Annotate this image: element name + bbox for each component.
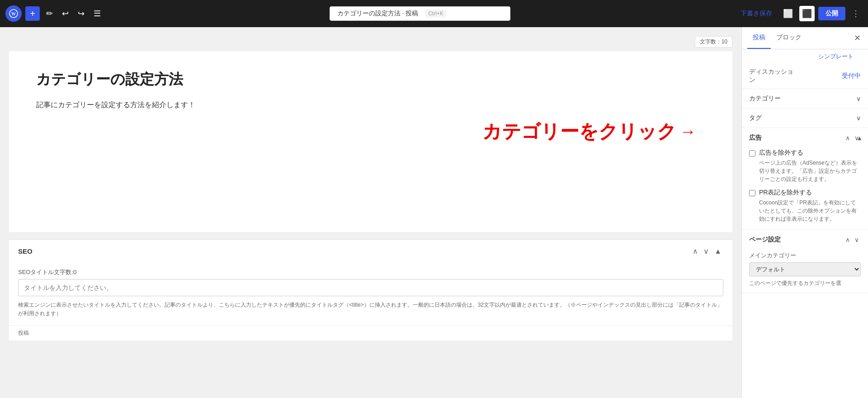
ad-drag-btn[interactable]: ▲: [854, 133, 864, 142]
annotation-text: カテゴリーをクリック: [482, 119, 676, 144]
ad-option-2-row: PR表記を除外する: [749, 189, 861, 197]
right-sidebar: 投稿 ブロック ✕ シンプレート ディスカッション 受付中 カテゴリー ∨ タグ…: [741, 27, 868, 398]
view-mode-button[interactable]: ⬜: [780, 6, 796, 21]
page-settings-content: メインカテゴリー デフォルト このページで優先するカテゴリーを選: [742, 248, 868, 293]
ad-option-1-label: 広告を除外する: [759, 149, 803, 157]
ad-option-1-desc: ページ上の広告（AdSenseなど）表示を切り替えます。「広告」設定からカテゴリ…: [749, 159, 861, 183]
annotation-overlay: カテゴリーをクリック →: [482, 119, 696, 144]
seo-panel-controls: ∧ ∨ ▲: [691, 246, 723, 256]
seo-panel-title: SEO: [18, 247, 33, 255]
ad-section: 広告 ∧ ∨ ▲ 広告を除外する ページ上の広告（AdSenseなど）表示を切り…: [742, 128, 868, 230]
page-settings-controls: ∧ ∨: [844, 235, 861, 244]
post-title-text: カテゴリーの設定方法 · 投稿: [337, 9, 419, 18]
word-count-bar: 文字数：10: [9, 36, 732, 47]
more-options-button[interactable]: ⋮: [849, 6, 863, 21]
page-settings-expand-btn[interactable]: ∧: [844, 235, 852, 244]
ad-section-title: 広告: [749, 134, 840, 142]
svg-text:W: W: [11, 11, 16, 16]
page-settings-header: ページ設定 ∧ ∨: [742, 230, 868, 248]
tag-header[interactable]: タグ ∨: [742, 109, 868, 128]
template-link[interactable]: シンプレート: [811, 49, 861, 63]
template-link-container: シンプレート: [742, 49, 868, 63]
pr-exclude-checkbox[interactable]: [749, 190, 755, 196]
category-chevron-icon: ∨: [856, 95, 861, 102]
seo-char-count: SEOタイトル文字数:0: [18, 268, 723, 276]
toolbar-right: 下書き保存 ⬜ ⬛ 公開 ⋮: [736, 6, 863, 21]
shortcut-hint: Ctrl+K: [425, 9, 446, 18]
save-draft-button[interactable]: 下書き保存: [736, 7, 777, 20]
main-layout: 文字数：10 カテゴリーの設定方法 記事にカテゴリーを設定する方法を紹介します！…: [0, 27, 868, 398]
ad-option-2-label: PR表記を除外する: [759, 189, 812, 197]
ad-exclude-checkbox[interactable]: [749, 150, 755, 156]
settings-button[interactable]: ⬛: [799, 6, 815, 21]
post-heading[interactable]: カテゴリーの設定方法: [36, 69, 705, 90]
editor-area: 文字数：10 カテゴリーの設定方法 記事にカテゴリーを設定する方法を紹介します！…: [0, 27, 741, 398]
category-desc: このページで優先するカテゴリーを選: [749, 279, 861, 287]
category-title: カテゴリー: [749, 95, 781, 103]
toolbar: W + ✏ ↩ ↪ ☰ カテゴリーの設定方法 · 投稿 Ctrl+K 下書き保存…: [0, 0, 868, 27]
discussion-section: ディスカッション 受付中: [742, 63, 868, 89]
post-title-bar[interactable]: カテゴリーの設定方法 · 投稿 Ctrl+K: [330, 6, 510, 21]
discussion-value: 受付中: [842, 72, 861, 80]
sidebar-tab-group: 投稿 ブロック: [747, 27, 807, 49]
word-count-badge: 文字数：10: [695, 36, 732, 47]
toolbar-center: カテゴリーの設定方法 · 投稿 Ctrl+K: [107, 6, 732, 21]
undo-button[interactable]: ↩: [59, 6, 71, 21]
tag-chevron-icon: ∨: [856, 114, 861, 122]
edit-icon[interactable]: ✏: [43, 6, 56, 21]
page-settings-collapse-btn[interactable]: ∨: [853, 235, 861, 244]
ad-expand-btn[interactable]: ∧: [844, 133, 852, 142]
category-section: カテゴリー ∨: [742, 89, 868, 109]
sidebar-tabs: 投稿 ブロック ✕: [742, 27, 868, 49]
seo-description: 検索エンジンに表示させたいタイトルを入力してください。記事のタイトルより、こちら…: [18, 301, 723, 318]
seo-collapse-btn[interactable]: ∨: [702, 246, 711, 256]
tab-block[interactable]: ブロック: [771, 27, 807, 49]
wp-logo[interactable]: W: [5, 5, 22, 22]
ad-option-2: PR表記を除外する Cocoon設定で「PR表記」を有効にしていたとしても、この…: [742, 186, 868, 226]
seo-title-input[interactable]: [18, 279, 723, 296]
ad-option-2-desc: Cocoon設定で「PR表記」を有効にしていたとしても、この除外オプションを有効…: [749, 199, 861, 223]
discussion-label: ディスカッション: [749, 68, 793, 84]
editor-block[interactable]: カテゴリーの設定方法 記事にカテゴリーを設定する方法を紹介します！ カテゴリーを…: [9, 51, 732, 232]
post-intro[interactable]: 記事にカテゴリーを設定する方法を紹介します！: [36, 99, 705, 111]
category-header[interactable]: カテゴリー ∨: [742, 89, 868, 108]
tag-title: タグ: [749, 114, 762, 122]
close-sidebar-button[interactable]: ✕: [852, 31, 863, 45]
ad-section-header: 広告 ∧ ∨ ▲: [742, 128, 868, 146]
annotation-arrow-icon: →: [680, 122, 696, 141]
redo-button[interactable]: ↪: [75, 6, 87, 21]
tab-post[interactable]: 投稿: [747, 27, 771, 49]
add-block-button[interactable]: +: [25, 6, 40, 21]
ad-option-1: 広告を除外する ページ上の広告（AdSenseなど）表示を切り替えます。「広告」…: [742, 146, 868, 186]
ad-option-1-row: 広告を除外する: [749, 149, 861, 157]
page-settings-section: ページ設定 ∧ ∨ メインカテゴリー デフォルト このページで優先するカテゴリー…: [742, 230, 868, 293]
seo-panel-header[interactable]: SEO ∧ ∨ ▲: [9, 239, 732, 263]
category-select[interactable]: デフォルト: [749, 262, 861, 276]
main-category-label: メインカテゴリー: [749, 251, 861, 260]
seo-expand-btn[interactable]: ∧: [691, 246, 700, 256]
breadcrumb: 投稿: [9, 325, 732, 341]
tag-section: タグ ∨: [742, 109, 868, 128]
list-view-button[interactable]: ☰: [91, 6, 104, 21]
seo-panel-content: SEOタイトル文字数:0 検索エンジンに表示させたいタイトルを入力してください。…: [9, 263, 732, 325]
publish-button[interactable]: 公開: [818, 7, 845, 20]
page-settings-title: ページ設定: [749, 236, 840, 244]
seo-drag-btn[interactable]: ▲: [712, 246, 723, 256]
seo-panel: SEO ∧ ∨ ▲ SEOタイトル文字数:0 検索エンジンに表示させたいタイトル…: [9, 239, 732, 341]
